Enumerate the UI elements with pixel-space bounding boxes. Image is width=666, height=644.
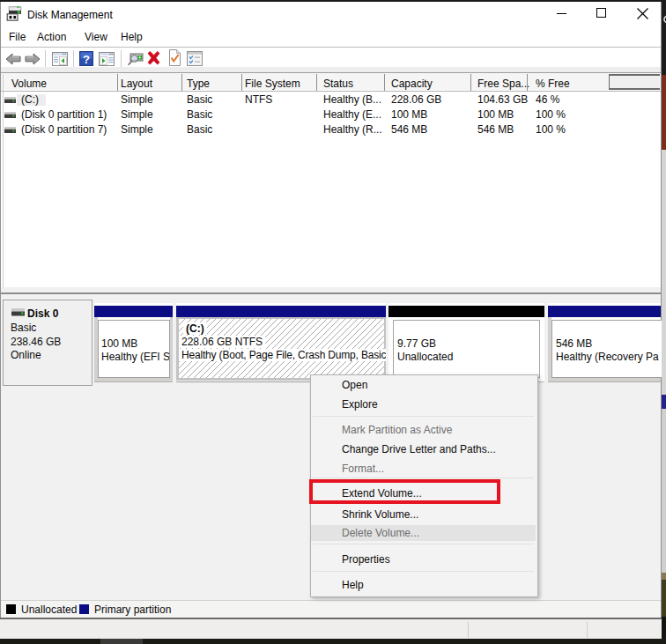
svg-text:?: ?	[83, 53, 90, 66]
